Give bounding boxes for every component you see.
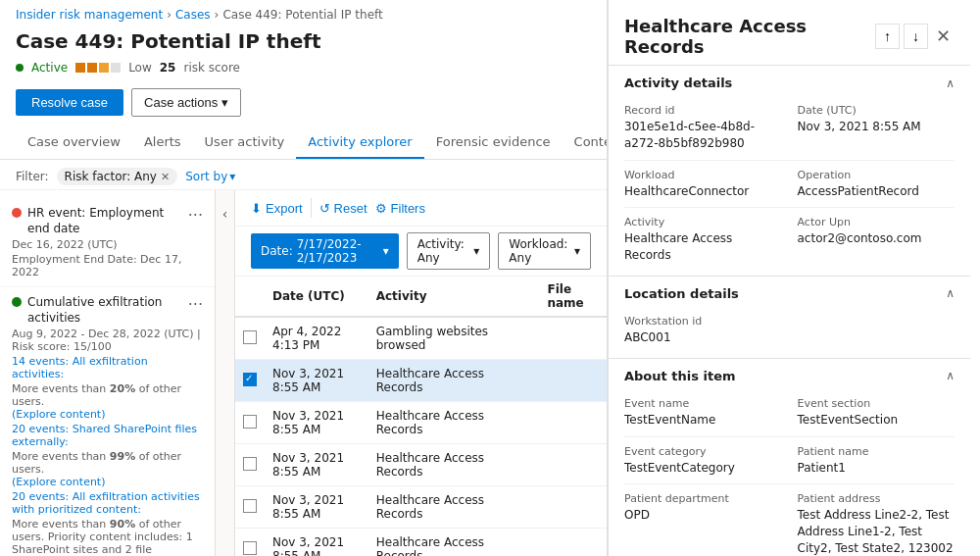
col-date[interactable]: Date (UTC): [265, 277, 368, 317]
filter-chip[interactable]: Risk factor: Any ✕: [57, 168, 178, 185]
row-checkbox-5[interactable]: [243, 499, 257, 513]
explore-content-link-2[interactable]: (Explore content): [12, 476, 203, 488]
collapse-arrow-icon: ‹: [222, 206, 228, 222]
action-bar: Resolve case Case actions ▾: [0, 82, 607, 126]
row-activity-6: Healthcare Access Records: [368, 529, 540, 557]
resolve-case-button[interactable]: Resolve case: [16, 89, 123, 116]
activity-filter-dropdown[interactable]: Activity: Any ▾: [407, 232, 491, 270]
table-row[interactable]: Nov 3, 2021 8:55 AM Healthcare Access Re…: [235, 529, 607, 557]
right-panel: Healthcare Access Records ↑ ↓ ✕ Activity…: [608, 0, 970, 556]
export-button[interactable]: ⬇ Export: [251, 201, 303, 216]
activity-dot-green: [12, 297, 22, 307]
case-actions-button[interactable]: Case actions ▾: [131, 88, 241, 117]
activity-more-button-2[interactable]: ···: [188, 295, 203, 314]
close-panel-button[interactable]: ✕: [932, 22, 955, 51]
table-row[interactable]: Apr 4, 2022 4:13 PM Gambling websites br…: [235, 317, 607, 360]
tab-forensic-evidence[interactable]: Forensic evidence: [424, 126, 563, 159]
filter-row: Date: 7/17/2022-2/17/2023 ▾ Activity: An…: [235, 227, 607, 277]
patient-dept-label: Patient department: [624, 492, 782, 505]
row-checkbox-1[interactable]: [243, 330, 257, 344]
about-this-item-title: About this item: [624, 369, 736, 383]
right-panel-header: Healthcare Access Records ↑ ↓ ✕: [609, 0, 970, 65]
workload-item: Workload HealthcareConnector: [624, 169, 782, 200]
activity-details-header[interactable]: Activity details ∧: [609, 66, 970, 100]
row-checkbox-3[interactable]: [243, 415, 257, 429]
activity-sidebar: HR event: Employment end date ··· Dec 16…: [0, 190, 216, 556]
status-indicator: [16, 64, 24, 72]
col-activity[interactable]: Activity: [368, 277, 540, 317]
event-name-item: Event name TestEventName: [624, 397, 782, 429]
row-filename-2: [539, 360, 607, 402]
activity-more-button-1[interactable]: ···: [188, 206, 203, 225]
risk-score-number: 25: [160, 61, 176, 75]
table-row[interactable]: Nov 3, 2021 8:55 AM Healthcare Access Re…: [235, 402, 607, 444]
tab-content-explorer[interactable]: Content explorer: [563, 126, 608, 159]
row-checkbox-6[interactable]: [243, 541, 257, 555]
nav-down-button[interactable]: ↓: [904, 24, 928, 49]
chevron-down-icon: ▾: [473, 244, 479, 258]
workload-filter-dropdown[interactable]: Workload: Any ▾: [498, 232, 591, 270]
row-date-2: Nov 3, 2021 8:55 AM: [265, 360, 368, 402]
right-panel-nav: ↑ ↓: [875, 24, 928, 49]
filter-bar: Filter: Risk factor: Any ✕ Sort by ▾: [0, 160, 607, 190]
event-section-value: TestEventSection: [798, 412, 956, 429]
table-row[interactable]: Nov 3, 2021 8:55 AM Healthcare Access Re…: [235, 444, 607, 486]
workload-value: HealthcareConnector: [624, 183, 782, 200]
tabs: Case overview Alerts User activity Activ…: [0, 126, 607, 160]
date-item: Date (UTC) Nov 3, 2021 8:55 AM: [798, 104, 956, 152]
activity-item-2-date: Aug 9, 2022 - Dec 28, 2022 (UTC) | Risk …: [12, 328, 203, 353]
activity-item-1[interactable]: HR event: Employment end date ··· Dec 16…: [0, 198, 215, 287]
row-date-6: Nov 3, 2021 8:55 AM: [265, 529, 368, 557]
row-checkbox-2[interactable]: [243, 373, 257, 386]
patient-dept-item: Patient department OPD: [624, 492, 782, 556]
row-activity-4: Healthcare Access Records: [368, 444, 540, 486]
main-content: ⬇ Export ↺ Reset ⚙ Filters Date: 7/17/20…: [235, 190, 607, 556]
location-details-body: Workstation id ABC001: [609, 311, 970, 358]
split-container: HR event: Employment end date ··· Dec 16…: [0, 190, 607, 556]
col-filename[interactable]: File name: [539, 277, 607, 317]
toolbar-separator: [311, 198, 312, 218]
breadcrumb-cases[interactable]: Cases: [175, 8, 211, 22]
activity-details-grid-3: Activity Healthcare Access Records Actor…: [624, 216, 955, 264]
sort-button[interactable]: Sort by ▾: [185, 170, 235, 183]
table-row[interactable]: Nov 3, 2021 8:55 AM Healthcare Access Re…: [235, 360, 607, 402]
row-filename-6: [539, 529, 607, 557]
location-details-header[interactable]: Location details ∧: [609, 277, 970, 311]
tab-user-activity[interactable]: User activity: [193, 126, 297, 159]
nav-up-button[interactable]: ↑: [875, 24, 900, 49]
activity-events-link-2[interactable]: 20 events: Shared SharePoint files exter…: [12, 423, 203, 448]
row-date-3: Nov 3, 2021 8:55 AM: [265, 402, 368, 444]
activity-item-1-desc: Employment End Date: Dec 17, 2022: [12, 253, 203, 278]
activity-events-link-3[interactable]: 20 events: All exfiltration activities w…: [12, 490, 203, 516]
row-activity-2: Healthcare Access Records: [368, 360, 540, 402]
toolbar: ⬇ Export ↺ Reset ⚙ Filters: [235, 190, 607, 227]
about-this-item-header[interactable]: About this item ∧: [609, 359, 970, 393]
reset-button[interactable]: ↺ Reset: [319, 201, 368, 216]
about-grid-1: Event name TestEventName Event section T…: [624, 397, 955, 429]
explore-content-link-1[interactable]: (Explore content): [12, 408, 203, 421]
tab-case-overview[interactable]: Case overview: [16, 126, 132, 159]
row-checkbox-4[interactable]: [243, 457, 257, 471]
operation-value: AccessPatientRecord: [798, 183, 956, 200]
date-filter-dropdown[interactable]: Date: 7/17/2022-2/17/2023 ▾: [251, 233, 399, 269]
event-name-value: TestEventName: [624, 412, 782, 429]
row-date-1: Apr 4, 2022 4:13 PM: [265, 317, 368, 360]
activity-events-link-1[interactable]: 14 events: All exfiltration activities:: [12, 355, 203, 380]
tab-alerts[interactable]: Alerts: [132, 126, 193, 159]
collapse-button[interactable]: ‹: [216, 190, 235, 556]
row-filename-3: [539, 402, 607, 444]
breadcrumb-insider[interactable]: Insider risk management: [16, 8, 163, 22]
activity-item-2[interactable]: Cumulative exfiltration activities ··· A…: [0, 287, 215, 556]
actor-upn-label: Actor Upn: [798, 216, 956, 228]
activity-table: Date (UTC) Activity File name Apr 4, 202…: [235, 277, 607, 556]
risk-score-label: risk score: [183, 61, 240, 75]
table-row[interactable]: Nov 3, 2021 8:55 AM Healthcare Access Re…: [235, 486, 607, 529]
tab-activity-explorer[interactable]: Activity explorer: [296, 126, 423, 159]
breadcrumb: Insider risk management › Cases › Case 4…: [0, 0, 607, 25]
activity-table-area: Date (UTC) Activity File name Apr 4, 202…: [235, 277, 607, 556]
filter-icon: ⚙: [375, 201, 387, 216]
record-id-item: Record id 301e5e1d-c5ee-4b8d-a272-8b5bf8…: [624, 104, 782, 152]
filter-chip-remove[interactable]: ✕: [161, 171, 170, 183]
activity-details-section: Activity details ∧ Record id 301e5e1d-c5…: [609, 65, 970, 276]
filters-button[interactable]: ⚙ Filters: [375, 201, 425, 216]
